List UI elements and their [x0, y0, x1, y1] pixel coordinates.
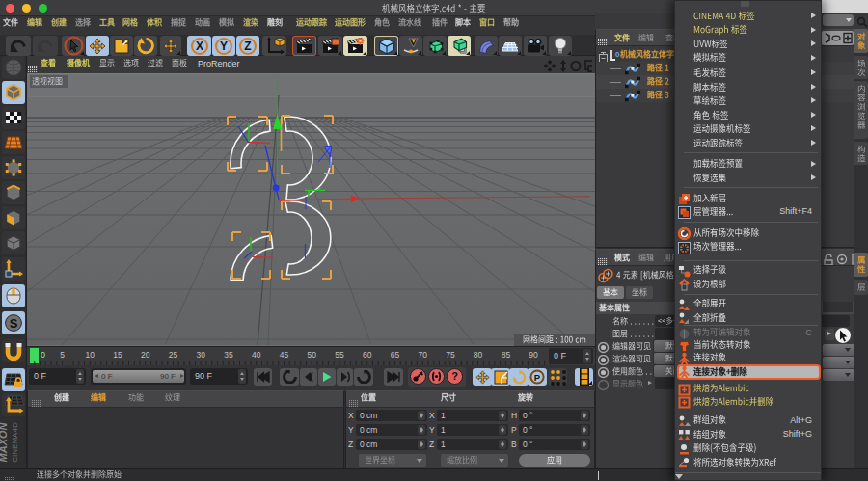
svg-text:Z: Z	[244, 40, 251, 53]
svg-text:S: S	[10, 316, 18, 331]
svg-text:?: ?	[451, 370, 458, 382]
svg-text:P: P	[534, 372, 541, 383]
svg-text:Y: Y	[220, 40, 228, 53]
svg-text:X: X	[195, 40, 203, 53]
